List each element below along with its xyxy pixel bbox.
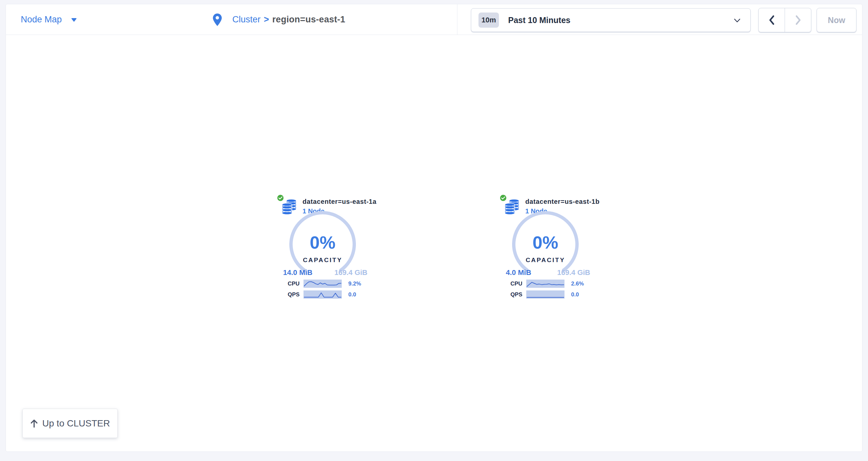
qps-sparkline [526,290,564,299]
cpu-metric-row: CPU 9.2% [277,279,361,288]
breadcrumb: Cluster > region=us-east-1 [213,4,345,35]
caret-down-icon [71,18,77,22]
capacity-label: CAPACITY [499,257,591,264]
up-arrow-icon [30,419,38,428]
breadcrumb-current: region=us-east-1 [272,14,345,25]
capacity-used: 14.0 MiB [283,268,312,277]
cpu-label: CPU [277,281,300,287]
cpu-value: 2.6% [571,281,584,287]
datacenter-card-us-east-1a[interactable]: datacenter=us-east-1a 1 Node 0% CAPACITY… [277,194,375,303]
capacity-total: 169.4 GiB [557,268,590,277]
up-to-cluster-button[interactable]: Up to CLUSTER [23,409,118,438]
page-header: Node Map Cluster > region=us-east-1 10m … [6,4,862,35]
qps-metric-row: QPS 0.0 [499,290,579,299]
cpu-sparkline [526,279,564,288]
datacenter-card-us-east-1b[interactable]: datacenter=us-east-1b 1 Node 0% CAPACITY… [499,194,598,303]
capacity-total: 169.4 GiB [335,268,367,277]
node-map-page: Node Map Cluster > region=us-east-1 10m … [6,4,862,452]
time-nav-group [758,8,811,32]
chevron-down-icon [734,19,741,23]
up-button-label: Up to CLUSTER [42,418,110,429]
time-range-badge: 10m [478,12,499,28]
time-range-label: Past 10 Minutes [508,15,570,25]
cpu-value: 9.2% [348,281,361,287]
capacity-percent: 0% [499,232,591,253]
location-pin-icon [213,13,222,26]
capacity-percent: 0% [277,232,369,253]
view-selector-label: Node Map [21,14,62,25]
qps-value: 0.0 [348,291,356,298]
view-selector-dropdown[interactable]: Node Map [21,4,77,35]
qps-label: QPS [277,291,300,298]
breadcrumb-cluster-link[interactable]: Cluster [232,14,261,25]
time-forward-button[interactable] [785,8,811,32]
time-back-button[interactable] [758,8,785,32]
header-divider [457,4,457,35]
breadcrumb-separator: > [264,14,269,25]
datacenter-title: datacenter=us-east-1a [303,198,376,205]
qps-sparkline [304,290,342,299]
qps-label: QPS [499,291,522,298]
capacity-used: 4.0 MiB [506,268,531,277]
cpu-metric-row: CPU 2.6% [499,279,584,288]
qps-value: 0.0 [571,291,579,298]
now-button[interactable]: Now [816,8,857,32]
capacity-label: CAPACITY [277,257,369,264]
qps-metric-row: QPS 0.0 [277,290,356,299]
chevron-left-icon [768,14,775,26]
capacity-values: 14.0 MiB 169.4 GiB [283,268,367,277]
datacenter-title: datacenter=us-east-1b [525,198,599,205]
capacity-values: 4.0 MiB 169.4 GiB [506,268,590,277]
time-range-dropdown[interactable]: 10m Past 10 Minutes [471,8,751,32]
chevron-right-icon [795,14,802,26]
cpu-sparkline [304,279,342,288]
cpu-label: CPU [499,281,522,287]
